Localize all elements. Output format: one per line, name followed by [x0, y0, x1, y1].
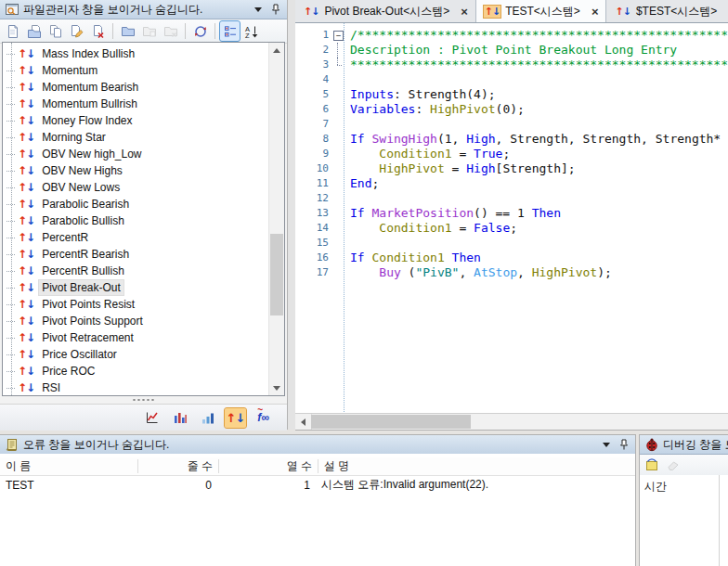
svg-text:Z: Z	[245, 32, 250, 39]
tree-item[interactable]: ↑↓PercentR Bullish	[3, 263, 268, 279]
tree-item[interactable]: ↑↓OBV New Lows	[3, 179, 268, 196]
tree-item[interactable]: ↑↓Pivot Points Resist	[3, 296, 268, 313]
hscroll-thumb[interactable]	[311, 415, 471, 429]
code-editor[interactable]: 1−/*************************************…	[295, 23, 728, 414]
fold-margin	[331, 206, 345, 221]
code-text: If MarketPosition() == 1 Then	[345, 206, 561, 221]
chart-category-button[interactable]	[141, 408, 162, 428]
tree-item[interactable]: ↑↓Momentum Bullrish	[3, 96, 268, 112]
tree-connector	[6, 204, 15, 205]
tree-item[interactable]: ↑↓Parabolic Bullish	[3, 212, 268, 229]
fold-toggle-icon[interactable]: −	[331, 28, 345, 43]
file-manager-titlebar: 파일관리자 창을 보이거나 숨깁니다.	[0, 0, 287, 19]
edit-file-button[interactable]	[67, 21, 86, 41]
line-number: 4	[295, 72, 331, 87]
tree-item-label: OBV New Highs	[39, 163, 125, 178]
line-number: 3	[295, 58, 331, 72]
refresh-button[interactable]	[190, 21, 210, 41]
line-number: 6	[295, 102, 331, 117]
tree-item[interactable]: ↑↓Momentum	[3, 62, 268, 79]
editor-panel: ↑↓Pivot Break-Out<시스템>×↑↓TEST<시스템>×↑↓$TE…	[295, 0, 728, 431]
tab-close-icon[interactable]: ×	[592, 6, 599, 18]
scroll-down-button[interactable]	[269, 380, 284, 395]
folder-disabled-icon	[142, 24, 157, 39]
code-text: End;	[345, 176, 379, 191]
debug-log-area: 시간	[640, 475, 728, 566]
save-note-button[interactable]	[643, 457, 660, 474]
indicator-category-button[interactable]	[169, 408, 190, 428]
copy-file-button[interactable]	[46, 21, 65, 41]
sort-az-button[interactable]: AZ	[241, 21, 261, 41]
error-column-header[interactable]: 열 수	[219, 459, 318, 473]
line-number: 8	[295, 132, 331, 147]
editor-tab[interactable]: ↑↓TEST<시스템>×	[476, 0, 607, 22]
pin-icon[interactable]	[618, 438, 630, 451]
tree-item[interactable]: ↑↓PercentR	[3, 229, 268, 246]
error-table: 이 름줄 수열 수설 명 TEST01시스템 오류:Invalid argume…	[0, 454, 635, 566]
code-text: Condition1 = False;	[345, 221, 517, 236]
editor-tab[interactable]: ↑↓Pivot Break-Out<시스템>×	[295, 0, 476, 22]
error-column-header[interactable]: 설 명	[318, 459, 635, 473]
hscroll-left-button[interactable]	[295, 414, 312, 430]
tree-item[interactable]: ↑↓OBV New Highs	[3, 162, 268, 179]
panel-menu-dropdown-icon[interactable]	[603, 443, 610, 447]
tree-connector	[6, 71, 15, 71]
tree-item-label: OBV New high_Low	[39, 147, 144, 161]
tree-item[interactable]: ↑↓PercentR Bearish	[3, 246, 268, 263]
tree-item-label: Momentum Bullrish	[39, 96, 140, 111]
error-row[interactable]: TEST01시스템 오류:Invalid argument(22).	[0, 476, 635, 494]
tree-item-label: OBV New Lows	[39, 180, 123, 195]
code-text	[345, 117, 350, 132]
new-folder-button[interactable]	[118, 21, 137, 41]
tree-item[interactable]: ↑↓Price ROC	[3, 363, 268, 379]
tree-connector	[6, 288, 15, 289]
list-view-button[interactable]	[220, 21, 240, 41]
panel-menu-dropdown-icon[interactable]	[254, 7, 262, 12]
error-table-body: TEST01시스템 오류:Invalid argument(22).	[0, 476, 635, 494]
tab-close-icon[interactable]: ×	[461, 6, 468, 18]
code-text: If Condition1 Then	[345, 251, 481, 265]
delete-file-button[interactable]	[88, 21, 108, 41]
open-file-button[interactable]	[24, 21, 44, 41]
editor-hscrollbar[interactable]	[295, 413, 728, 430]
tree-connector	[6, 388, 15, 389]
sort-az-icon: AZ	[244, 24, 259, 39]
code-text	[345, 236, 350, 251]
scroll-up-button[interactable]	[269, 43, 284, 58]
tree-splitter-grip[interactable]	[0, 396, 287, 404]
tree-item[interactable]: ↑↓Pivot Break-Out	[3, 279, 268, 296]
system-category-button[interactable]: ↑↓	[225, 408, 246, 428]
error-column-header[interactable]: 이 름	[0, 459, 138, 473]
editor-tab[interactable]: ↑↓$TEST<시스템>×	[606, 0, 728, 22]
clear-log-button	[664, 457, 682, 474]
tree-item[interactable]: ↑↓Parabolic Bearish	[3, 196, 268, 212]
tree-item-label: Mass Index Bullish	[39, 46, 137, 61]
line-number: 14	[295, 221, 331, 236]
signal-category-button[interactable]	[197, 408, 218, 428]
tree-item[interactable]: ↑↓Price Oscillator	[3, 346, 268, 363]
fold-margin	[331, 117, 345, 132]
tree-item[interactable]: ↑↓Pivot Points Support	[3, 313, 268, 329]
line-number: 17	[295, 265, 331, 280]
list-view-icon	[223, 24, 238, 39]
tree-item[interactable]: ↑↓Momentum Bearish	[3, 79, 268, 96]
tree-item[interactable]: ↑↓OBV New high_Low	[3, 146, 268, 162]
updown-arrows-icon: ↑↓	[18, 65, 34, 76]
tree-connector	[6, 354, 15, 355]
file-manager-title: 파일관리자 창을 보이거나 숨깁니다.	[23, 2, 202, 18]
error-column-header[interactable]: 줄 수	[138, 459, 219, 473]
tree-scrollbar-thumb[interactable]	[270, 234, 283, 315]
tree-item[interactable]: ↑↓Morning Star	[3, 129, 268, 146]
pin-icon[interactable]	[269, 3, 282, 16]
fold-margin	[331, 161, 345, 176]
line-number: 15	[295, 236, 331, 251]
tree-scrollbar[interactable]	[268, 43, 284, 395]
tree-item[interactable]: ↑↓Pivot Retracement	[3, 329, 268, 346]
function-category-button[interactable]: f∞~	[253, 408, 274, 428]
tree-item[interactable]: ↑↓RSI	[3, 379, 268, 395]
tree-item-label: Momentum	[39, 63, 100, 78]
tree-item[interactable]: ↑↓Money Flow Index	[3, 112, 268, 129]
new-file-button[interactable]	[3, 21, 22, 41]
tree-item-label: Price ROC	[39, 364, 98, 379]
tree-item[interactable]: ↑↓Mass Index Bullish	[3, 45, 268, 62]
